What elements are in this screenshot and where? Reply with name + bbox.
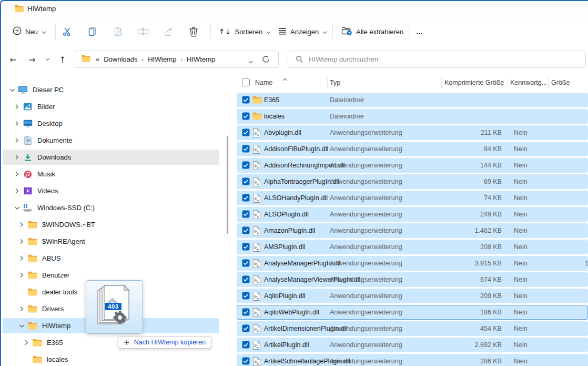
refresh-icon[interactable] [262,55,270,65]
row-checkbox[interactable] [242,275,250,290]
sidebar-item-label: Musik [37,170,55,178]
column-header-type[interactable]: Typ [330,76,340,90]
chevron-right-icon[interactable] [12,153,22,162]
row-checkbox[interactable] [242,96,250,111]
chevron-down-icon[interactable] [12,204,22,212]
copy-button[interactable] [82,23,103,40]
back-button[interactable]: ← [6,53,20,66]
file-row[interactable]: ArtikelDimensionenPlugin.dllAnwendungser… [237,321,588,336]
sidebar-item--winreagent[interactable]: $WinREAgent [3,234,219,249]
chevron-right-icon[interactable] [12,120,22,128]
chevron-right-icon[interactable] [17,305,26,313]
sidebar-item-musik[interactable]: Musik [3,166,219,182]
sidebar-item-videos[interactable]: Videos [3,183,219,199]
recent-locations-button[interactable] [42,53,53,66]
file-row[interactable]: AMSPlugIn.dllAnwendungserweiterung208 KB… [237,240,588,254]
cut-button[interactable] [57,23,78,40]
sidebar-item-abus[interactable]: ABUS [3,251,219,266]
chevron-right-icon[interactable] [17,254,26,263]
column-divider[interactable] [548,77,549,88]
row-checkbox[interactable] [242,292,250,306]
file-row[interactable]: localesDateiordner [237,109,588,124]
file-row[interactable]: ArtikelSchnellanlagePlugin.dllAnwendungs… [237,354,588,366]
file-row[interactable]: AqiloPlugin.dllAnwendungserweiterung209 … [237,289,588,303]
sidebar-item-desktop[interactable]: Desktop [3,116,219,131]
address-bar[interactable]: « Downloads › HIWtemp › HIWtemp [75,51,279,68]
column-header-size[interactable]: Größe [551,76,570,90]
column-header-compressed[interactable]: Komprimierte Größe [444,76,504,90]
extract-all-button[interactable]: Alle extrahieren [338,23,407,40]
rename-button[interactable] [133,23,154,40]
row-checkbox[interactable] [242,112,250,127]
file-row[interactable]: AddisonRechnungImport.dllAnwendungserwei… [237,158,588,173]
sidebar-item-dieser-pc[interactable]: Dieser PC [3,82,219,97]
file-row[interactable]: AnalyseManagerPlugIn.dllAnwendungserweit… [237,256,588,271]
row-checkbox[interactable] [242,324,250,339]
up-button[interactable]: ↑ [56,53,69,66]
view-button[interactable]: Anzeigen [275,23,330,40]
file-row[interactable]: AmazonPlugIn.dllAnwendungserweiterung1.4… [237,223,588,238]
plus-circle-icon [13,26,22,37]
new-button[interactable]: Neu [9,23,49,40]
file-row[interactable]: ALSOHandyPlugIn.dllAnwendungserweiterung… [237,191,588,205]
chevron-right-icon[interactable] [17,271,26,280]
row-checkbox[interactable] [242,357,250,366]
file-row[interactable]: E365Dateiordner [237,93,588,107]
row-checkbox[interactable] [242,308,250,323]
file-row[interactable]: ALSOPlugIn.dllAnwendungserweiterung249 K… [237,207,588,222]
sidebar-item--windows-bt[interactable]: $WINDOWS.~BT [3,217,219,232]
file-row[interactable]: AlphaTontraegerPlugIn.dllAnwendungserwei… [237,174,588,189]
paste-button[interactable] [107,23,128,40]
select-all-checkbox[interactable] [242,78,250,86]
row-checkbox[interactable] [242,341,250,355]
chevron-right-icon[interactable] [12,136,22,145]
column-divider[interactable] [327,77,328,88]
copy-tooltip-label: Nach HIWtemp kopieren [134,339,206,346]
row-checkbox[interactable] [242,243,250,258]
file-row[interactable]: AddisonFiBuPlugIn.dllAnwendungserweiteru… [237,142,588,156]
row-checkbox[interactable] [242,161,250,176]
file-compressed-size: 208 KB [441,240,502,254]
row-checkbox[interactable] [242,128,250,143]
sidebar-item-windows-ssd-c-[interactable]: Windows-SSD (C:) [3,200,219,215]
forward-button[interactable]: → [25,53,39,66]
file-row[interactable]: AnalyseManagerViewerPlugIn.dllAnwendungs… [237,272,588,287]
chevron-right-icon[interactable] [17,238,26,246]
row-checkbox[interactable] [242,194,250,209]
chevron-right-icon[interactable] [22,339,31,347]
sidebar-item-bilder[interactable]: Bilder [3,99,219,114]
chevron-right-icon[interactable] [12,170,22,179]
column-header-name[interactable]: Name [255,76,272,90]
chevron-down-icon[interactable] [17,322,26,330]
sidebar-item-label: Dieser PC [33,86,64,94]
breadcrumb-hiwtemp-2[interactable]: HIWtemp [187,55,215,63]
file-row[interactable]: ArtikelPlugin.dllAnwendungserweiterung2.… [237,338,588,352]
column-header-password[interactable]: Kennwortg... [510,76,547,90]
sidebar-item-downloads[interactable]: Downloads [3,150,219,165]
file-row[interactable]: AqiloWebPlugIn.dllAnwendungserweiterung1… [237,305,588,320]
row-checkbox[interactable] [242,226,250,241]
chevron-right-icon[interactable] [12,187,22,195]
row-checkbox[interactable] [242,145,250,160]
breadcrumb-overflow[interactable]: « [96,55,99,63]
more-options-button[interactable]: … [413,23,427,40]
search-box[interactable]: HIWtemp durchsuchen [288,51,586,68]
address-dropdown-icon[interactable] [248,56,253,66]
chevron-right-icon[interactable] [17,221,26,229]
row-checkbox[interactable] [242,177,250,192]
chevron-down-icon[interactable] [7,86,17,94]
file-row[interactable]: Abvplugin.dllAnwendungserweiterung211 KB… [237,125,588,140]
chevron-right-icon[interactable] [12,103,22,111]
column-divider[interactable] [508,77,508,88]
share-button[interactable] [158,23,179,40]
sidebar-item-dokumente[interactable]: Dokumente [3,133,219,148]
breadcrumb-downloads[interactable]: Downloads [104,55,137,63]
row-checkbox[interactable] [242,259,250,274]
sidebar-item-locales[interactable]: locales [3,352,219,366]
sidebar-scrollbar[interactable] [227,136,228,234]
sort-button[interactable]: ↑↓ Sortieren [216,23,274,40]
row-checkbox[interactable] [242,210,250,225]
delete-button[interactable] [183,23,204,40]
breadcrumb-hiwtemp[interactable]: HIWtemp [148,55,176,63]
column-divider[interactable] [441,77,442,88]
